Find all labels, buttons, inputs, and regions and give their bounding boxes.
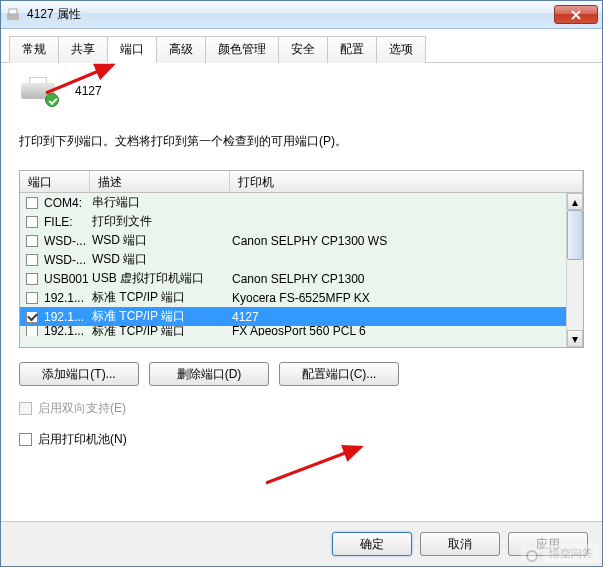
desc-cell: WSD 端口: [92, 232, 232, 249]
annotation-arrow-configure: [261, 441, 381, 494]
port-row-checkbox[interactable]: [26, 292, 38, 304]
port-row-checkbox[interactable]: [26, 254, 38, 266]
port-cell: 192.1...: [44, 291, 92, 305]
scroll-down-arrow[interactable]: ▾: [567, 330, 583, 347]
desc-cell: 标准 TCP/IP 端口: [92, 289, 232, 306]
port-cell: USB001: [44, 272, 92, 286]
configure-port-button[interactable]: 配置端口(C)...: [279, 362, 399, 386]
instruction-text: 打印到下列端口。文档将打印到第一个检查到的可用端口(P)。: [19, 133, 584, 150]
port-cell: 192.1...: [44, 310, 92, 324]
bidi-checkbox-row: 启用双向支持(E): [19, 400, 584, 417]
close-button[interactable]: [554, 5, 598, 24]
port-button-row: 添加端口(T)... 删除端口(D) 配置端口(C)...: [19, 362, 584, 386]
list-body: COM4:串行端口FILE:打印到文件WSD-...WSD 端口Canon SE…: [20, 193, 583, 348]
port-row-checkbox[interactable]: [26, 326, 38, 336]
port-cell: WSD-...: [44, 253, 92, 267]
tab-strip: 常规共享端口高级颜色管理安全配置选项: [1, 29, 602, 63]
port-list[interactable]: 端口 描述 打印机 COM4:串行端口FILE:打印到文件WSD-...WSD …: [19, 170, 584, 348]
cancel-button[interactable]: 取消: [420, 532, 500, 556]
tab-content: 4127 打印到下列端口。文档将打印到第一个检查到的可用端口(P)。 端口 描述…: [1, 63, 602, 521]
scroll-thumb[interactable]: [567, 210, 583, 260]
port-row[interactable]: WSD-...WSD 端口: [20, 250, 583, 269]
tab-4[interactable]: 颜色管理: [205, 36, 279, 63]
dialog-footer: 确定 取消 应用: [1, 521, 602, 566]
ok-button[interactable]: 确定: [332, 532, 412, 556]
port-row-checkbox[interactable]: [26, 273, 38, 285]
port-row[interactable]: USB001USB 虚拟打印机端口Canon SELPHY CP1300: [20, 269, 583, 288]
port-cell: WSD-...: [44, 234, 92, 248]
close-icon: [571, 10, 581, 20]
list-header: 端口 描述 打印机: [20, 171, 583, 193]
col-desc[interactable]: 描述: [90, 171, 230, 192]
desc-cell: USB 虚拟打印机端口: [92, 270, 232, 287]
tab-2[interactable]: 端口: [107, 36, 157, 63]
printer-cell: Canon SELPHY CP1300: [232, 272, 583, 286]
pool-label: 启用打印机池(N): [38, 431, 127, 448]
printer-header-row: 4127: [19, 77, 584, 105]
watermark-text: 悟空问答: [543, 544, 599, 563]
port-row[interactable]: 192.1...标准 TCP/IP 端口FX ApeosPort 560 PCL…: [20, 326, 583, 336]
printer-titlebar-icon: [5, 7, 21, 23]
svg-rect-1: [9, 9, 17, 14]
printer-name: 4127: [75, 84, 102, 98]
printer-cell: Kyocera FS-6525MFP KX: [232, 291, 583, 305]
printer-icon: [19, 77, 57, 105]
printer-cell: FX ApeosPort 560 PCL 6: [232, 326, 583, 336]
port-row-checkbox[interactable]: [26, 197, 38, 209]
port-row[interactable]: 192.1...标准 TCP/IP 端口4127: [20, 307, 583, 326]
pool-checkbox[interactable]: [19, 433, 32, 446]
tab-1[interactable]: 共享: [58, 36, 108, 63]
port-row-checkbox[interactable]: [26, 311, 38, 323]
desc-cell: 标准 TCP/IP 端口: [92, 308, 232, 325]
desc-cell: 标准 TCP/IP 端口: [92, 326, 232, 336]
properties-dialog: 4127 属性 常规共享端口高级颜色管理安全配置选项 4127 打印到下列端口。…: [0, 0, 603, 567]
add-port-button[interactable]: 添加端口(T)...: [19, 362, 139, 386]
tab-7[interactable]: 选项: [376, 36, 426, 63]
tab-6[interactable]: 配置: [327, 36, 377, 63]
port-cell: FILE:: [44, 215, 92, 229]
desc-cell: 打印到文件: [92, 213, 232, 230]
desc-cell: WSD 端口: [92, 251, 232, 268]
tab-3[interactable]: 高级: [156, 36, 206, 63]
delete-port-button[interactable]: 删除端口(D): [149, 362, 269, 386]
titlebar: 4127 属性: [1, 1, 602, 29]
port-row[interactable]: COM4:串行端口: [20, 193, 583, 212]
printer-cell: Canon SELPHY CP1300 WS: [232, 234, 583, 248]
printer-cell: 4127: [232, 310, 583, 324]
window-title: 4127 属性: [27, 6, 554, 23]
bidi-label: 启用双向支持(E): [38, 400, 126, 417]
col-printer[interactable]: 打印机: [230, 171, 583, 192]
tab-5[interactable]: 安全: [278, 36, 328, 63]
bidi-checkbox: [19, 402, 32, 415]
port-row[interactable]: 192.1...标准 TCP/IP 端口Kyocera FS-6525MFP K…: [20, 288, 583, 307]
pool-checkbox-row[interactable]: 启用打印机池(N): [19, 431, 584, 448]
camera-icon: [521, 547, 539, 561]
tab-0[interactable]: 常规: [9, 36, 59, 63]
port-row[interactable]: FILE:打印到文件: [20, 212, 583, 231]
desc-cell: 串行端口: [92, 194, 232, 211]
port-row-checkbox[interactable]: [26, 235, 38, 247]
port-cell: COM4:: [44, 196, 92, 210]
port-row[interactable]: WSD-...WSD 端口Canon SELPHY CP1300 WS: [20, 231, 583, 250]
col-port[interactable]: 端口: [20, 171, 90, 192]
port-row-checkbox[interactable]: [26, 216, 38, 228]
scrollbar[interactable]: ▴ ▾: [566, 193, 583, 347]
scroll-up-arrow[interactable]: ▴: [567, 193, 583, 210]
port-cell: 192.1...: [44, 326, 92, 336]
watermark: 悟空问答: [521, 544, 599, 563]
